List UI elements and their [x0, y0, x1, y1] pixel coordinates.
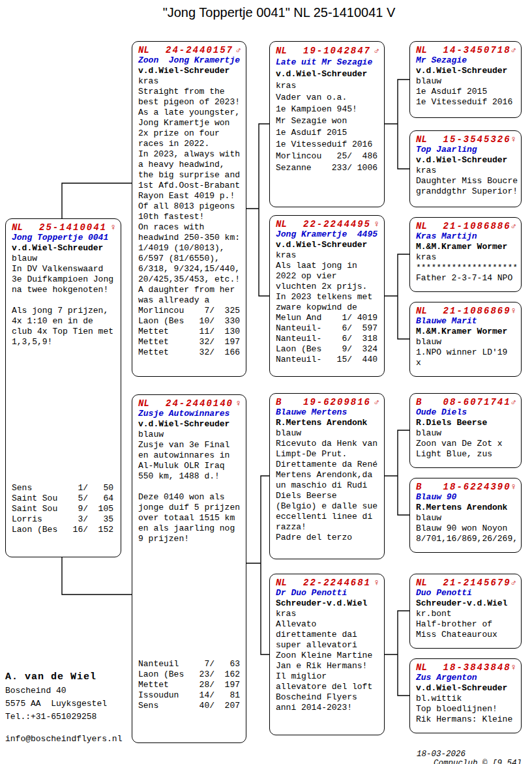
ring-number: 24-2440157 [166, 45, 233, 55]
detail-line: Nanteuil 7/ 63 [138, 659, 241, 669]
detail-line: 1e Vitesseduif 2016 [416, 97, 516, 108]
ring-country: NL [12, 222, 39, 233]
detail-line [12, 452, 116, 462]
detail-line [12, 347, 116, 358]
ring-number: 18-3843848 [443, 662, 511, 673]
breeder-name: v.d.Wiel-Schreuder [12, 243, 116, 254]
detail-line: Sezanne 233/ 1006 [276, 162, 379, 174]
detail-line: Jan e Rik Hermans! [276, 661, 379, 671]
breeder-name: v.d.Wiel-Schreuder [138, 66, 241, 76]
detail-line: 10th fastest! [138, 212, 241, 222]
female-icon: ♀ [111, 222, 116, 233]
detail-line: Half-brother of [416, 619, 516, 630]
detail-line [12, 389, 116, 400]
detail-line: blauw [416, 428, 516, 439]
detail-line: blauw [416, 337, 516, 347]
detail-line [138, 555, 241, 565]
detail-line: Mr Sezagie won [276, 115, 379, 127]
detail-line [138, 586, 241, 596]
detail-line: 6/318, 9/324,15/440, [138, 264, 241, 274]
detail-line: Als laat jong in [276, 261, 379, 271]
detail-line: Mettet 28/ 197 [138, 680, 241, 690]
detail-line: club 4x Top Tien met [12, 327, 116, 337]
connector-dam-grandparents [246, 476, 269, 654]
detail-line: Blauw 90 won Noyon [416, 523, 516, 534]
connector-subject-sire [62, 183, 132, 218]
detail-line: blauw [276, 428, 379, 439]
detail-line [12, 368, 116, 379]
connector-mgd-greatgrandparents [385, 611, 409, 696]
ring-country: B [416, 482, 443, 492]
detail-line: kras [276, 250, 379, 261]
breeder-name: M.&M.Kramer Wormer [416, 327, 516, 337]
detail-line: en autowinnares in [138, 450, 241, 461]
detail-line: In 2023 telkens met [276, 292, 379, 302]
male-icon: ♂ [374, 45, 379, 57]
detail-line [12, 441, 116, 452]
ring-number: 19-1042847 [303, 45, 371, 57]
pedigree-box-paternal-granddam: NL 22-2244495 ♀ Jong Kramertje 4495 v.d.… [269, 215, 385, 377]
detail-line: Mettet 32/ 197 [138, 337, 241, 347]
ring-country: NL [416, 306, 443, 316]
detail-line: headwind 250-350 km: [138, 233, 241, 243]
detail-line: bl.wittik [416, 694, 516, 704]
detail-line [12, 379, 116, 389]
detail-line [138, 596, 241, 607]
female-icon: ♀ [511, 662, 516, 673]
detail-line: Zusje van 3e Final [138, 440, 241, 450]
ring-number: 25-1410041 [39, 222, 107, 233]
detail-line: Light Blue, zus [416, 449, 516, 460]
detail-line [138, 649, 241, 659]
footer: 18-03-2026 Compuclub © [9.54] A. van de … [397, 741, 522, 764]
pigeon-details: krasStraight from thebest pigeon of 2023… [138, 76, 241, 358]
owner-address-line1: Boscheind 40 [5, 684, 122, 698]
ring-header: NL 14-3450718 ♂ [416, 45, 516, 55]
detail-line: 1.NPO winner LD'19 [416, 347, 516, 358]
detail-line: 1/4019 (10/8013), [138, 243, 241, 254]
detail-line: 550 km, 1488 d.! [138, 471, 241, 482]
detail-line: jonge duif 5 prijzen [138, 503, 241, 513]
detail-line: 9 prijzen! [138, 534, 241, 544]
pedigree-box-ggp-6: B 18-6224390 ♀ Blauw 90 R.Mertens Arendo… [409, 478, 522, 553]
detail-line: Morlincou 25/ 486 [276, 151, 379, 162]
detail-line: 4x 1:10 en in de [12, 316, 116, 327]
ring-country: B [276, 397, 303, 407]
detail-line: Miss Chateauroux [416, 630, 516, 640]
detail-line [12, 400, 116, 410]
detail-line: Nanteuil- 6/ 597 [276, 323, 379, 334]
detail-line [138, 576, 241, 586]
pigeon-name: Late uit Mr Sezagie [276, 57, 379, 68]
footer-software: Compuclub © [9.54] [434, 759, 522, 764]
detail-line: zware kopwind de [276, 302, 379, 313]
detail-line [12, 420, 116, 431]
pigeon-name: Zoon Jong Kramertje [138, 55, 241, 66]
owner-block: A. van de Wiel Boscheind 40 5575 AA Luyk… [5, 670, 122, 746]
detail-line [138, 607, 241, 617]
detail-line: Als jong 7 prijzen, [12, 306, 116, 316]
male-icon: ♂ [236, 45, 241, 55]
ring-header: NL 21-1086869 ♀ [416, 306, 516, 316]
pedigree-box-ggp-3: NL 21-1086886 ♂ Kras Martijn M.&M.Kramer… [409, 217, 522, 292]
detail-line: 3e Duifkampioen Jong [12, 274, 116, 285]
pigeon-name: Zusje Autowinnares [138, 409, 241, 419]
detail-line [12, 358, 116, 368]
detail-line: anni 2014-2023! [276, 703, 379, 713]
breeder-name: v.d.Wiel-Schreuder [138, 419, 241, 430]
ring-country: B [416, 397, 443, 407]
pedigree-box-ggp-5: B 08-6071741 ♂ Oude Diels R.Diels Beerse… [409, 393, 522, 468]
detail-line: Boscheind Flyers [276, 692, 379, 703]
pigeon-details: krasAllevatodirettamente daisuper alleva… [276, 609, 379, 713]
detail-line: Saint Sou 5/ 64 [12, 493, 116, 504]
detail-line: Straight from the [138, 87, 241, 97]
detail-line: Jong Kramertje won [138, 118, 241, 128]
breeder-name: v.d.Wiel-Schreuder [276, 68, 379, 80]
detail-line: Laon (Bes 10/ 330 [138, 316, 241, 327]
pigeon-details: krasDaughter Miss Boucregranddgthr Super… [416, 166, 516, 197]
breeder-name: M.&M.Kramer Wormer [416, 242, 516, 252]
breeder-name: R.Mertens Arendonk [416, 503, 516, 513]
connector-subject-dam [62, 556, 132, 595]
detail-line: Laon (Bes 16/ 152 [12, 525, 116, 535]
pigeon-name: Jong Kramertje 4495 [276, 229, 379, 240]
breeder-name: R.Mertens Arendonk [276, 418, 379, 428]
detail-line: Of all 8013 pigeons [138, 201, 241, 212]
